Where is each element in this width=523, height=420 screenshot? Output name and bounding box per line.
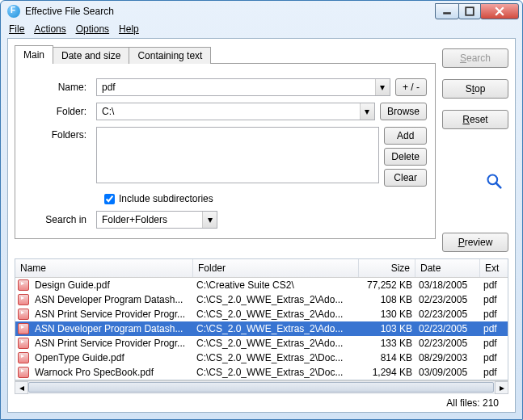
clear-button[interactable]: Clear <box>384 169 427 187</box>
table-row[interactable]: ASN Print Service Provider Progr...C:\CS… <box>15 307 508 321</box>
column-date[interactable]: Date <box>415 259 480 277</box>
table-row[interactable]: ASN Developer Program Datash...C:\CS_2.0… <box>15 292 508 307</box>
close-button[interactable] <box>480 3 519 19</box>
search-in-value: Folder+Folders <box>97 212 202 228</box>
app-icon <box>7 5 20 18</box>
search-in-combo[interactable]: Folder+Folders ▾ <box>96 211 217 229</box>
cell-ext: pdf <box>480 279 508 291</box>
tab-date-size[interactable]: Date and size <box>53 47 129 64</box>
minimize-button[interactable] <box>435 3 459 19</box>
table-row[interactable]: ASN Print Service Provider Progr...C:\CS… <box>15 336 508 351</box>
cell-size: 1,294 KB <box>359 367 415 378</box>
cell-date: 03/09/2005 <box>415 367 480 378</box>
column-folder[interactable]: Folder <box>193 259 359 277</box>
cell-folder: C:\CS_2.0_WWE_Extras_2\Doc... <box>193 352 359 363</box>
chevron-down-icon[interactable]: ▾ <box>202 212 217 228</box>
name-combo[interactable]: pdf ▾ <box>96 78 390 96</box>
results-header: Name Folder Size Date Ext <box>15 259 508 278</box>
status-bar: All files: 210 <box>8 394 515 412</box>
chevron-down-icon[interactable]: ▾ <box>360 103 374 120</box>
tab-strip: Main Date and size Containing text <box>15 45 436 64</box>
include-subdirectories-label: Include subdirectories <box>119 193 213 204</box>
pdf-file-icon <box>18 338 29 349</box>
cell-name: Warnock Pro SpecBook.pdf <box>32 367 193 378</box>
cell-ext: pdf <box>480 338 508 349</box>
svg-line-5 <box>496 183 501 188</box>
folder-combo[interactable]: C:\ ▾ <box>96 103 375 120</box>
pdf-file-icon <box>18 367 29 378</box>
preview-button[interactable]: Preview <box>442 233 508 252</box>
cell-date: 02/23/2005 <box>415 338 480 349</box>
delete-button[interactable]: Delete <box>384 148 427 166</box>
table-row[interactable]: OpenType Guide.pdfC:\CS_2.0_WWE_Extras_2… <box>15 351 508 365</box>
name-value: pdf <box>97 79 375 95</box>
pdf-file-icon <box>18 279 29 291</box>
cell-name: ASN Print Service Provider Progr... <box>32 309 193 320</box>
menu-file[interactable]: File <box>9 23 24 36</box>
folder-value: C:\ <box>97 103 360 120</box>
cell-size: 103 KB <box>359 323 415 334</box>
table-row[interactable]: Design Guide.pdfC:\Creative Suite CS2\77… <box>15 278 508 292</box>
cell-ext: pdf <box>480 309 508 320</box>
folder-label: Folder: <box>23 106 96 117</box>
chevron-down-icon[interactable]: ▾ <box>375 79 390 95</box>
table-row[interactable]: Warnock Pro SpecBook.pdfC:\CS_2.0_WWE_Ex… <box>15 365 508 380</box>
cell-ext: pdf <box>480 323 508 334</box>
cell-date: 03/18/2005 <box>415 279 480 291</box>
horizontal-scrollbar[interactable]: ◂ ▸ <box>15 380 508 394</box>
cell-size: 133 KB <box>359 338 415 349</box>
cell-ext: pdf <box>480 367 508 378</box>
column-size[interactable]: Size <box>359 259 415 277</box>
pdf-file-icon <box>18 323 29 334</box>
scroll-left-icon[interactable]: ◂ <box>15 381 28 394</box>
cell-name: ASN Print Service Provider Progr... <box>32 338 193 349</box>
cell-folder: C:\CS_2.0_WWE_Extras_2\Ado... <box>193 294 359 305</box>
cell-name: ASN Developer Program Datash... <box>32 323 193 334</box>
table-row[interactable]: ASN Developer Program Datash...C:\CS_2.0… <box>15 321 508 336</box>
add-button[interactable]: Add <box>384 127 427 145</box>
cell-ext: pdf <box>480 294 508 305</box>
scroll-right-icon[interactable]: ▸ <box>495 381 508 394</box>
pdf-file-icon <box>18 352 29 363</box>
tab-containing-text[interactable]: Containing text <box>129 47 211 64</box>
maximize-button[interactable] <box>458 3 481 19</box>
tab-main[interactable]: Main <box>15 45 53 64</box>
results-table: Name Folder Size Date Ext Design Guide.p… <box>15 258 508 380</box>
cell-folder: C:\CS_2.0_WWE_Extras_2\Ado... <box>193 309 359 320</box>
cell-date: 02/23/2005 <box>415 323 480 334</box>
svg-rect-1 <box>466 7 474 15</box>
pdf-file-icon <box>18 294 29 305</box>
plus-minus-button[interactable]: + / - <box>395 78 427 96</box>
cell-date: 02/23/2005 <box>415 309 480 320</box>
scroll-thumb[interactable] <box>28 382 494 393</box>
cell-name: OpenType Guide.pdf <box>32 352 193 363</box>
search-in-label: Search in <box>23 214 96 225</box>
cell-size: 814 KB <box>359 352 415 363</box>
window-title: Effective File Search <box>25 6 436 17</box>
cell-folder: C:\CS_2.0_WWE_Extras_2\Ado... <box>193 338 359 349</box>
menu-options[interactable]: Options <box>76 23 109 36</box>
folders-textarea[interactable] <box>96 127 379 183</box>
include-subdirectories-checkbox[interactable] <box>104 194 115 204</box>
cell-name: ASN Developer Program Datash... <box>32 294 193 305</box>
name-label: Name: <box>23 82 96 93</box>
search-button[interactable]: Search <box>442 48 508 68</box>
cell-folder: C:\Creative Suite CS2\ <box>193 279 359 291</box>
stop-button[interactable]: Stop <box>442 79 508 99</box>
tab-panel-main: Name: pdf ▾ + / - Folder: C:\ ▾ Br <box>15 63 436 239</box>
browse-button[interactable]: Browse <box>380 103 427 120</box>
reset-button[interactable]: Reset <box>442 110 508 129</box>
cell-size: 130 KB <box>359 309 415 320</box>
cell-size: 108 KB <box>359 294 415 305</box>
menu-help[interactable]: Help <box>119 23 139 36</box>
cell-folder: C:\CS_2.0_WWE_Extras_2\Doc... <box>193 367 359 378</box>
cell-name: Design Guide.pdf <box>32 279 193 291</box>
menu-actions[interactable]: Actions <box>34 23 65 36</box>
pdf-file-icon <box>18 309 29 320</box>
menubar: File Actions Options Help <box>1 22 522 38</box>
column-ext[interactable]: Ext <box>480 259 508 277</box>
cell-ext: pdf <box>480 352 508 363</box>
cell-folder: C:\CS_2.0_WWE_Extras_2\Ado... <box>193 323 359 334</box>
column-name[interactable]: Name <box>15 259 193 277</box>
folders-label: Folders: <box>23 127 96 141</box>
